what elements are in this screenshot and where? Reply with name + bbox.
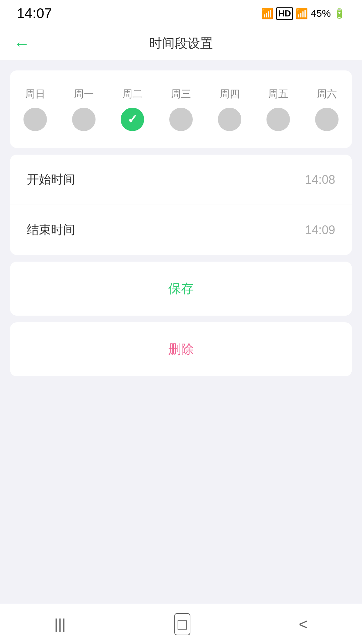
hd-label: HD (276, 7, 293, 20)
day-label-friday: 周五 (268, 87, 288, 101)
bottom-navigation: ||| □ < (0, 604, 362, 644)
day-circle-thursday[interactable] (218, 108, 241, 131)
days-of-week-card: 周日 周一 周二 ✓ 周三 周四 周五 (10, 70, 352, 148)
end-time-value: 14:09 (305, 223, 335, 237)
status-time: 14:07 (17, 5, 52, 21)
day-item-sunday[interactable]: 周日 (23, 87, 47, 131)
time-settings-card: 开始时间 14:08 结束时间 14:09 (10, 155, 352, 255)
content-area: 周日 周一 周二 ✓ 周三 周四 周五 (0, 60, 362, 386)
delete-button[interactable]: 删除 (10, 322, 352, 376)
header: ← 时间段设置 (0, 27, 362, 60)
day-label-thursday: 周四 (220, 87, 240, 101)
day-circle-saturday[interactable] (315, 108, 339, 131)
day-label-wednesday: 周三 (171, 87, 191, 101)
status-bar: 14:07 📶 HD 📶 45% 🔋 (0, 0, 362, 27)
end-time-row[interactable]: 结束时间 14:09 (10, 205, 352, 255)
days-row: 周日 周一 周二 ✓ 周三 周四 周五 (23, 87, 339, 131)
day-item-friday[interactable]: 周五 (266, 87, 290, 131)
start-time-value: 14:08 (305, 173, 335, 187)
day-circle-tuesday[interactable]: ✓ (121, 108, 144, 131)
day-label-sunday: 周日 (25, 87, 45, 101)
checkmark-icon: ✓ (127, 113, 137, 125)
start-time-label: 开始时间 (27, 171, 75, 188)
day-circle-monday[interactable] (72, 108, 96, 131)
day-label-tuesday: 周二 (122, 87, 142, 101)
end-time-label: 结束时间 (27, 222, 75, 238)
back-button[interactable]: ← (13, 35, 30, 52)
day-circle-wednesday[interactable] (169, 108, 193, 131)
status-icons: 📶 HD 📶 45% 🔋 (261, 7, 345, 20)
battery-level: 45% (311, 8, 331, 19)
page-title: 时间段设置 (149, 35, 213, 52)
wifi-icon: 📶 (261, 8, 274, 19)
save-button[interactable]: 保存 (10, 262, 352, 316)
battery-icon: 🔋 (334, 8, 345, 19)
home-nav-icon[interactable]: □ (174, 613, 190, 635)
delete-card[interactable]: 删除 (10, 322, 352, 376)
save-card[interactable]: 保存 (10, 262, 352, 316)
day-item-monday[interactable]: 周一 (72, 87, 96, 131)
signal-icon: 📶 (296, 8, 308, 19)
day-item-wednesday[interactable]: 周三 (169, 87, 193, 131)
day-item-tuesday[interactable]: 周二 ✓ (121, 87, 144, 131)
menu-nav-icon[interactable]: ||| (54, 616, 66, 633)
start-time-row[interactable]: 开始时间 14:08 (10, 155, 352, 205)
day-item-thursday[interactable]: 周四 (218, 87, 241, 131)
day-label-monday: 周一 (74, 87, 94, 101)
day-circle-friday[interactable] (266, 108, 290, 131)
day-item-saturday[interactable]: 周六 (315, 87, 339, 131)
back-arrow-icon: ← (13, 34, 30, 53)
back-nav-icon[interactable]: < (299, 615, 308, 633)
day-circle-sunday[interactable] (23, 108, 47, 131)
day-label-saturday: 周六 (317, 87, 337, 101)
